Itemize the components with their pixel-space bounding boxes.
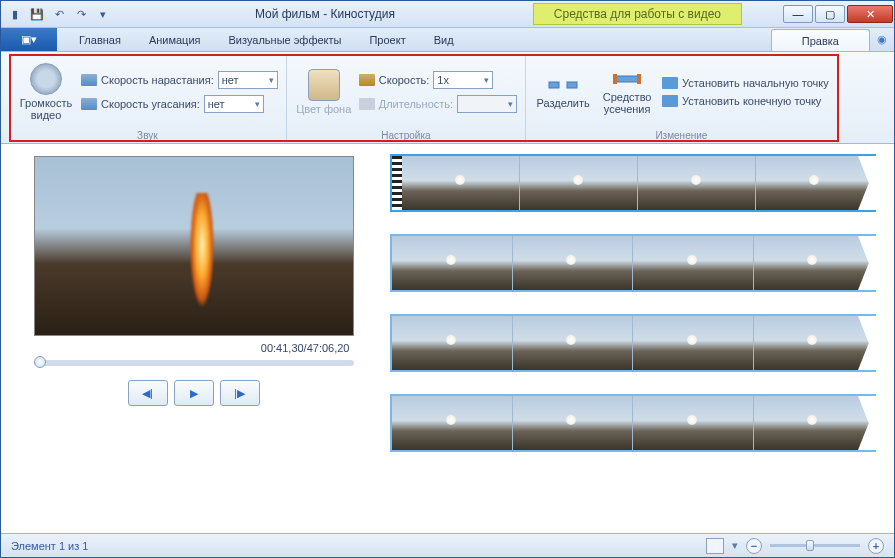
svg-rect-0 <box>549 82 559 88</box>
ribbon-group-edit: Разделить Средство усечения Установить н… <box>526 56 838 143</box>
content-area: 00:41,30/47:06,20 ◀| ▶ |▶ <box>1 144 894 533</box>
prev-frame-button[interactable]: ◀| <box>128 380 168 406</box>
preview-pane: 00:41,30/47:06,20 ◀| ▶ |▶ <box>1 144 386 533</box>
preview-content <box>187 193 217 323</box>
fade-out-row: Скорость угасания: нет <box>81 95 278 113</box>
contextual-tab-header: Средства для работы с видео <box>533 3 742 25</box>
fade-in-dropdown[interactable]: нет <box>218 71 278 89</box>
maximize-button[interactable]: ▢ <box>815 5 845 23</box>
zoom-in-button[interactable]: + <box>868 538 884 554</box>
zoom-thumb[interactable] <box>806 540 814 551</box>
playback-controls: ◀| ▶ |▶ <box>128 380 260 406</box>
set-end-button[interactable]: Установить конечную точку <box>662 95 829 107</box>
set-start-label: Установить начальную точку <box>682 77 829 89</box>
ribbon-group-adjust: Цвет фона Скорость: 1x Длительность: Нас… <box>287 56 526 143</box>
app-window: ▮ 💾 ↶ ↷ ▾ Мой фильм - Киностудия Средств… <box>0 0 895 558</box>
duration-icon <box>359 98 375 110</box>
fade-in-icon <box>81 74 97 86</box>
seek-bar[interactable] <box>34 360 354 366</box>
fade-in-row: Скорость нарастания: нет <box>81 71 278 89</box>
sound-group-label: Звук <box>137 128 158 143</box>
status-item-count: Элемент 1 из 1 <box>11 540 88 552</box>
speed-dropdown[interactable]: 1x <box>433 71 493 89</box>
duration-label: Длительность: <box>379 98 453 110</box>
timeline-clip[interactable] <box>390 314 876 372</box>
timeline-pane[interactable] <box>386 144 894 533</box>
trim-icon <box>611 69 643 89</box>
close-button[interactable]: ✕ <box>847 5 893 23</box>
background-color-label: Цвет фона <box>296 103 351 115</box>
speed-label: Скорость: <box>379 74 430 86</box>
edit-group-label: Изменение <box>655 128 707 143</box>
paint-bucket-icon <box>308 69 340 101</box>
ribbon-tabs: ▣▾ Главная Анимация Визуальные эффекты П… <box>1 28 894 52</box>
zoom-slider[interactable] <box>770 544 860 547</box>
time-display: 00:41,30/47:06,20 <box>34 336 354 360</box>
file-menu-button[interactable]: ▣▾ <box>1 28 57 51</box>
speed-row: Скорость: 1x <box>359 71 517 89</box>
thumbnail-view-button[interactable] <box>706 538 724 554</box>
trim-label: Средство усечения <box>598 91 656 115</box>
view-dropdown-icon[interactable]: ▾ <box>732 539 738 552</box>
timeline-clip[interactable] <box>390 234 876 292</box>
duration-row: Длительность: <box>359 95 517 113</box>
video-volume-label: Громкость видео <box>17 97 75 121</box>
svg-rect-1 <box>567 82 577 88</box>
app-icon: ▮ <box>7 6 23 22</box>
svg-rect-2 <box>615 76 639 82</box>
set-start-button[interactable]: Установить начальную точку <box>662 77 829 89</box>
tab-project[interactable]: Проект <box>355 28 419 51</box>
quick-access-toolbar: ▮ 💾 ↶ ↷ ▾ <box>1 6 117 22</box>
fade-in-label: Скорость нарастания: <box>101 74 214 86</box>
adjust-group-label: Настройка <box>381 128 430 143</box>
window-buttons: ― ▢ ✕ <box>782 3 894 25</box>
set-end-icon <box>662 95 678 107</box>
fade-out-dropdown[interactable]: нет <box>204 95 264 113</box>
timeline-clip[interactable] <box>390 154 876 212</box>
fade-out-label: Скорость угасания: <box>101 98 200 110</box>
file-menu-icon: ▣▾ <box>21 33 37 46</box>
timeline-clip[interactable] <box>390 394 876 452</box>
split-label: Разделить <box>536 97 589 109</box>
split-button[interactable]: Разделить <box>534 75 592 109</box>
trim-tool-button[interactable]: Средство усечения <box>598 69 656 115</box>
title-bar: ▮ 💾 ↶ ↷ ▾ Мой фильм - Киностудия Средств… <box>1 1 894 28</box>
redo-icon[interactable]: ↷ <box>73 6 89 22</box>
speed-icon <box>359 74 375 86</box>
background-color-button[interactable]: Цвет фона <box>295 69 353 115</box>
split-icon <box>547 75 579 95</box>
tab-animation[interactable]: Анимация <box>135 28 215 51</box>
fade-out-icon <box>81 98 97 110</box>
zoom-out-button[interactable]: − <box>746 538 762 554</box>
video-volume-button[interactable]: Громкость видео <box>17 63 75 121</box>
speaker-icon <box>30 63 62 95</box>
tab-home[interactable]: Главная <box>65 28 135 51</box>
ribbon: Громкость видео Скорость нарастания: нет… <box>1 52 894 144</box>
set-end-label: Установить конечную точку <box>682 95 821 107</box>
ribbon-group-sound: Громкость видео Скорость нарастания: нет… <box>9 56 287 143</box>
tab-effects[interactable]: Визуальные эффекты <box>215 28 356 51</box>
save-icon[interactable]: 💾 <box>29 6 45 22</box>
next-frame-button[interactable]: |▶ <box>220 380 260 406</box>
window-title: Мой фильм - Киностудия <box>117 7 533 21</box>
tab-edit[interactable]: Правка <box>771 29 870 51</box>
play-button[interactable]: ▶ <box>174 380 214 406</box>
film-edge-icon <box>392 156 402 210</box>
svg-rect-4 <box>637 74 641 84</box>
video-preview[interactable] <box>34 156 354 336</box>
minimize-button[interactable]: ― <box>783 5 813 23</box>
set-start-icon <box>662 77 678 89</box>
undo-icon[interactable]: ↶ <box>51 6 67 22</box>
status-bar: Элемент 1 из 1 ▾ − + <box>1 533 894 557</box>
duration-dropdown <box>457 95 517 113</box>
qat-dropdown-icon[interactable]: ▾ <box>95 6 111 22</box>
help-button[interactable]: ◉ <box>870 28 894 51</box>
seek-thumb[interactable] <box>34 356 46 368</box>
svg-rect-3 <box>613 74 617 84</box>
tab-view[interactable]: Вид <box>420 28 468 51</box>
